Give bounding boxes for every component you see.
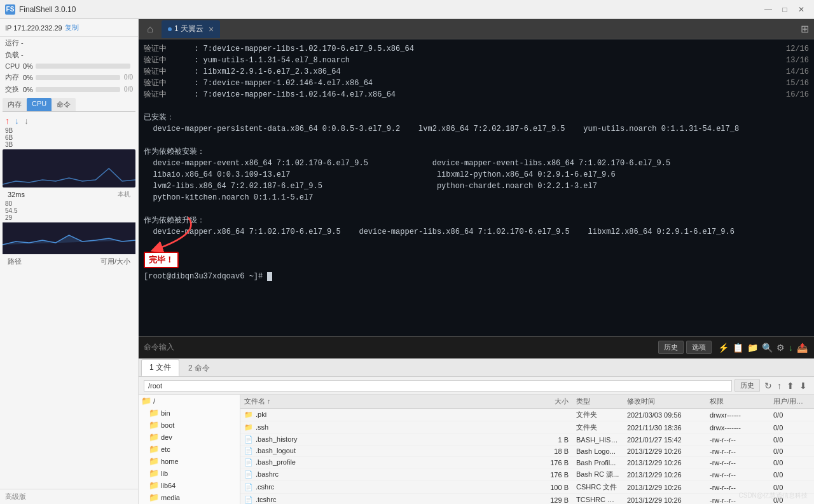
tree-item-boot[interactable]: 📁 boot (139, 419, 240, 431)
status-row: 运行 - (0, 37, 138, 49)
tree-item-label: media (161, 494, 180, 501)
file-owner: 0/0 (769, 411, 814, 419)
folder-icon: 📁 (149, 468, 159, 478)
grid-layout-button[interactable]: ⊞ (801, 23, 809, 35)
upload-icon[interactable]: 📤 (796, 341, 809, 354)
download-icon[interactable]: ↓ (787, 341, 794, 354)
home-tab-button[interactable]: ⌂ (141, 20, 159, 38)
search-icon[interactable]: 🔍 (761, 341, 774, 354)
options-button[interactable]: 选项 (686, 341, 712, 354)
tree-item-media[interactable]: 📁 media (139, 491, 240, 503)
cmd-input-field[interactable] (179, 343, 653, 352)
file-browser: 历史 ↻ ↑ ⬆ ⬇ 📁 / (139, 377, 814, 504)
col-size[interactable]: 大小 (534, 397, 572, 406)
file-list-row[interactable]: 📄.tcshrc 129 B TCSHRC 文... 2013/12/29 10… (240, 494, 814, 504)
swap-value: 0% (23, 86, 33, 93)
file-name: 📄.bashrc (240, 470, 534, 479)
chart-area: ↑ ↓ ↓ 9B 6B 3B 32ms 本机 80 54 (0, 112, 138, 489)
tree-item-label: bin (161, 409, 170, 417)
file-owner: 0/0 (769, 484, 814, 491)
titlebar: FS FinalShell 3.0.10 — □ ✕ (0, 0, 814, 19)
sidebar-tabs: 内存 CPU 命令 (3, 98, 135, 112)
tree-item-root[interactable]: 📁 / (139, 395, 240, 407)
file-type: CSHRC 文件 (572, 482, 623, 492)
swap-bar-bg (36, 87, 120, 92)
cpu-bar-bg (36, 64, 130, 69)
settings-icon[interactable]: ⚙ (775, 341, 786, 354)
folder-icon: 📁 (149, 420, 159, 430)
cmd-input-bar: 命令输入 历史 选项 ⚡ 📋 📁 🔍 ⚙ ↓ 📤 (139, 336, 814, 358)
file-list-row[interactable]: 📄.cshrc 100 B CSHRC 文件 2013/12/29 10:26 … (240, 481, 814, 494)
tab-cpu[interactable]: CPU (27, 98, 52, 111)
lightning-icon[interactable]: ⚡ (717, 341, 730, 354)
col-perms[interactable]: 权限 (706, 397, 769, 406)
col-type[interactable]: 类型 (572, 397, 623, 406)
file-list-row[interactable]: 📁.ssh 文件夹 2021/11/30 18:36 drwx------- 0… (240, 421, 814, 434)
up-dir-icon[interactable]: ↑ (775, 380, 783, 392)
ip-label: IP 171.220.232.29 (5, 24, 62, 32)
file-list-row[interactable]: 📄.bash_profile 176 B Bash Profil... 2013… (240, 457, 814, 468)
file-mtime: 2013/12/29 10:26 (623, 484, 706, 491)
folder-icon: 📁 (149, 432, 159, 442)
file-path-input[interactable] (144, 380, 732, 392)
file-history-button[interactable]: 历史 (735, 379, 760, 392)
ping-row: 32ms 本机 (3, 189, 135, 200)
file-owner: 0/0 (769, 496, 814, 504)
tree-item-label: lib (161, 470, 168, 477)
col-owner[interactable]: 用户/用户组 (769, 397, 814, 406)
file-owner: 0/0 (769, 459, 814, 467)
tab-close-button[interactable]: × (209, 24, 214, 34)
terminal-line: 验证中 : 7:device-mapper-libs-1.02.170-6.el… (144, 43, 809, 55)
copy-icon[interactable]: 📋 (731, 341, 745, 354)
bottom-panel: 1 文件 2 命令 历史 ↻ ↑ ⬆ ⬇ (139, 358, 814, 504)
file-mtime: 2021/11/30 18:36 (623, 424, 706, 432)
file-list-row[interactable]: 📄.bashrc 176 B Bash RC 源... 2013/12/29 1… (240, 468, 814, 481)
sidebar-ip: IP 171.220.232.29 复制 (0, 19, 138, 37)
tab-command[interactable]: 命令 (52, 98, 76, 111)
folder-icon: 📁 (149, 408, 159, 418)
terminal-line: device-mapper.x86_64 7:1.02.170-6.el7_9.… (144, 226, 809, 238)
tree-item-etc[interactable]: 📁 etc (139, 443, 240, 455)
window-controls: — □ ✕ (761, 3, 809, 16)
path-label: 路径 (8, 257, 22, 266)
col-name[interactable]: 文件名 ↑ (240, 397, 534, 406)
file-mtime: 2013/12/29 10:26 (623, 471, 706, 479)
file-list-row[interactable]: 📁.pki 文件夹 2021/03/03 09:56 drwxr------ 0… (240, 409, 814, 421)
tab-commands[interactable]: 2 命令 (181, 360, 217, 376)
file-list-row[interactable]: 📄.bash_logout 18 B Bash Logo... 2013/12/… (240, 446, 814, 457)
file-path-bar: 历史 ↻ ↑ ⬆ ⬇ (139, 377, 814, 395)
tree-item-label: dev (161, 433, 172, 441)
terminal[interactable]: 验证中 : 7:device-mapper-libs-1.02.170-6.el… (139, 39, 814, 336)
file-list-row[interactable]: 📄.bash_history 1 B BASH_HIST... 2021/01/… (240, 434, 814, 446)
copy-button[interactable]: 复制 (65, 23, 79, 32)
tree-item-lib[interactable]: 📁 lib (139, 467, 240, 479)
more-arrow-icon: ↓ (24, 116, 29, 126)
tree-item-home[interactable]: 📁 home (139, 455, 240, 467)
terminal-line: 验证中 : yum-utils-1.1.31-54.el7_8.noarch13… (144, 55, 809, 66)
mem-row: 内存 0% 0/0 (0, 71, 138, 83)
tab-memory[interactable]: 内存 (3, 98, 27, 111)
file-perms: drwx------- (706, 424, 769, 432)
upload-file-icon[interactable]: ⬆ (785, 380, 796, 392)
ping-chart (3, 222, 135, 254)
tab-files[interactable]: 1 文件 (141, 359, 179, 376)
file-perms: -rw-r--r-- (706, 459, 769, 467)
download-file-icon[interactable]: ⬇ (797, 380, 809, 392)
col-mtime[interactable]: 修改时间 (623, 397, 706, 406)
ping-local-label: 本机 (118, 190, 130, 199)
tree-item-lib64[interactable]: 📁 lib64 (139, 479, 240, 491)
session-tab[interactable]: 1 天翼云 × (162, 20, 220, 38)
tab-dot (168, 27, 172, 31)
tree-item-dev[interactable]: 📁 dev (139, 431, 240, 443)
folder-icon[interactable]: 📁 (746, 341, 759, 354)
load-row: 负载 - (0, 49, 138, 61)
minimize-button[interactable]: — (761, 3, 776, 16)
tree-item-bin[interactable]: 📁 bin (139, 407, 240, 419)
network-chart (3, 149, 135, 187)
close-button[interactable]: ✕ (794, 3, 809, 16)
file-size: 1 B (534, 436, 572, 444)
history-button[interactable]: 历史 (658, 341, 684, 354)
cpu-value: 0% (23, 62, 33, 70)
refresh-icon[interactable]: ↻ (762, 380, 774, 392)
maximize-button[interactable]: □ (777, 3, 792, 16)
